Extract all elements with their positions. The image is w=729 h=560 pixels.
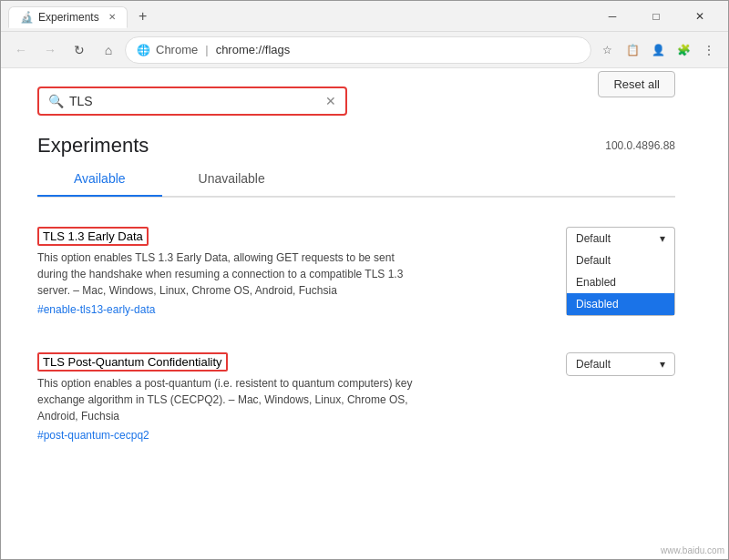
address-scheme: Chrome	[156, 43, 198, 56]
tls13-highlight: TLS	[43, 229, 65, 243]
nav-bar: ← → ↻ ⌂ 🌐 Chrome | chrome://flags ☆ 📋 👤 …	[1, 32, 728, 68]
pqc-name-rest: Post-Quantum Confidentiality	[65, 355, 222, 369]
minimize-button[interactable]: ─	[591, 1, 633, 32]
title-bar-left: 🔬 Experiments ✕ +	[8, 5, 591, 27]
search-clear-button[interactable]: ✕	[325, 94, 336, 108]
chevron-down-icon: ▾	[660, 232, 665, 245]
tabs-divider	[37, 197, 675, 198]
page-title: Experiments	[37, 134, 149, 158]
dropdown-option-disabled-tls13[interactable]: Disabled	[567, 293, 674, 315]
address-bar[interactable]: 🌐 Chrome | chrome://flags	[125, 36, 591, 64]
watermark: www.baidu.com	[661, 545, 724, 555]
dropdown-option-default-tls13[interactable]: Default	[567, 249, 674, 271]
search-section: 🔍 ✕ Reset all	[37, 68, 675, 125]
dropdown-btn-tls13[interactable]: Default ▾	[566, 227, 675, 249]
back-button[interactable]: ←	[8, 37, 34, 63]
nav-actions: ☆ 📋 👤 🧩 ⋮	[595, 38, 721, 62]
extensions-button[interactable]: 🧩	[672, 38, 695, 62]
dropdown-btn-pqc[interactable]: Default ▾	[566, 352, 675, 376]
experiment-link-pqc[interactable]: #post-quantum-cecpq2	[37, 429, 149, 442]
tab-favicon: 🔬	[20, 11, 33, 24]
reset-all-button[interactable]: Reset all	[598, 71, 675, 97]
experiment-control-tls13: Default ▾ Default Enabled Disabled	[566, 227, 675, 249]
experiment-item-pqc: TLS Post-Quantum Confidentiality This op…	[37, 352, 675, 442]
title-bar: 🔬 Experiments ✕ + ─ □ ✕	[1, 1, 728, 32]
tab-title: Experiments	[38, 11, 99, 24]
address-separator: |	[205, 43, 208, 56]
experiment-name-box-tls13: TLS 1.3 Early Data	[37, 227, 149, 246]
experiment-info-tls13: TLS 1.3 Early Data This option enables T…	[37, 227, 548, 316]
experiment-link-tls13[interactable]: #enable-tls13-early-data	[37, 303, 155, 316]
experiment-name-tls13: TLS 1.3 Early Data	[43, 229, 143, 243]
active-tab[interactable]: 🔬 Experiments ✕	[8, 6, 128, 28]
pqc-highlight: TLS	[43, 355, 65, 369]
dropdown-tls13[interactable]: Default ▾ Default Enabled Disabled	[566, 227, 675, 249]
tab-close-btn[interactable]: ✕	[108, 12, 116, 22]
dropdown-value-pqc: Default	[576, 358, 611, 371]
search-box[interactable]: 🔍 ✕	[37, 87, 347, 116]
address-path: chrome://flags	[216, 43, 291, 56]
version-text: 100.0.4896.88	[605, 139, 675, 152]
tab-available[interactable]: Available	[37, 162, 162, 197]
dropdown-menu-tls13: Default Enabled Disabled	[566, 249, 675, 316]
reading-list-button[interactable]: 📋	[621, 38, 644, 62]
dropdown-option-enabled-tls13[interactable]: Enabled	[567, 271, 674, 293]
dropdown-pqc[interactable]: Default ▾	[566, 352, 675, 376]
chevron-down-icon-pqc: ▾	[660, 358, 665, 371]
experiments-header: Experiments 100.0.4896.88	[37, 125, 675, 162]
experiment-desc-tls13: This option enables TLS 1.3 Early Data, …	[37, 249, 420, 299]
experiment-desc-pqc: This option enables a post-quantum (i.e.…	[37, 375, 420, 424]
experiment-name-pqc: TLS Post-Quantum Confidentiality	[43, 355, 222, 369]
experiment-name-box-pqc: TLS Post-Quantum Confidentiality	[37, 352, 228, 372]
tab-unavailable[interactable]: Unavailable	[162, 162, 302, 197]
bookmark-button[interactable]: ☆	[595, 38, 619, 62]
experiment-control-pqc: Default ▾	[566, 352, 675, 376]
tls13-name-rest: 1.3 Early Data	[65, 229, 143, 243]
experiment-item-tls13: TLS 1.3 Early Data This option enables T…	[37, 227, 675, 316]
search-input[interactable]	[69, 94, 320, 108]
search-icon: 🔍	[48, 94, 64, 108]
reload-button[interactable]: ↻	[67, 37, 92, 63]
dropdown-value-tls13: Default	[576, 232, 611, 245]
window-controls: ─ □ ✕	[591, 1, 721, 32]
main-content: 🔍 ✕ Reset all Experiments 100.0.4896.88 …	[1, 68, 728, 559]
experiment-info-pqc: TLS Post-Quantum Confidentiality This op…	[37, 352, 548, 442]
forward-button[interactable]: →	[37, 37, 63, 63]
new-tab-button[interactable]: +	[133, 6, 153, 26]
experiments-list: TLS 1.3 Early Data This option enables T…	[37, 212, 675, 474]
close-button[interactable]: ✕	[679, 1, 721, 32]
account-button[interactable]: 👤	[646, 38, 670, 62]
tabs-row: Available Unavailable	[37, 162, 675, 197]
home-button[interactable]: ⌂	[96, 37, 121, 63]
maximize-button[interactable]: □	[635, 1, 677, 32]
menu-button[interactable]: ⋮	[697, 38, 721, 62]
